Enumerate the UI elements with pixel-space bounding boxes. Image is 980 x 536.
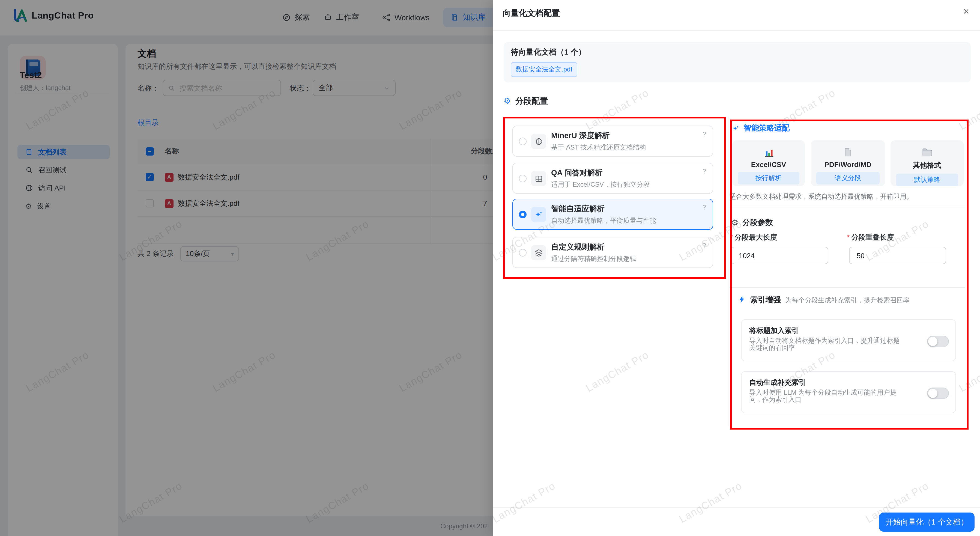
section-divider bbox=[730, 287, 965, 288]
lightning-icon bbox=[738, 295, 746, 303]
smart-strategy-title: 智能策略适配 bbox=[744, 123, 789, 133]
title-index-card: 将标题加入索引 导入时自动将文档标题作为索引入口，提升通过标题关键词的召回率 bbox=[741, 319, 956, 361]
option-title: MinerU 深度解析 bbox=[551, 131, 610, 141]
page-icon bbox=[811, 145, 885, 160]
toggle-desc: 导入时使用 LLM 为每个分段自动生成可能的用户提问，作为索引入口 bbox=[749, 389, 902, 404]
start-vectorize-button[interactable]: 开始向量化（1 个文档） bbox=[879, 512, 975, 532]
help-icon[interactable]: ? bbox=[703, 168, 706, 175]
option-smart-adaptive[interactable]: 智能自适应解析 自动选择最优策略，平衡质量与性能 ? bbox=[512, 199, 713, 230]
toggle-title: 自动生成补充索引 bbox=[749, 378, 806, 388]
overlap-length-input[interactable] bbox=[849, 247, 946, 264]
overlap-length-input-field[interactable] bbox=[856, 251, 940, 260]
folder-icon bbox=[891, 145, 964, 160]
sparkles-icon bbox=[732, 124, 740, 132]
option-qa[interactable]: QA 问答对解析 适用于 Excel/CSV，按行独立分段 ? bbox=[512, 163, 713, 194]
drawer-title: 向量化文档配置 bbox=[503, 8, 560, 19]
toggle-title: 将标题加入索引 bbox=[749, 326, 799, 336]
max-length-input[interactable] bbox=[731, 247, 828, 264]
smart-strategy-header: 智能策略适配 bbox=[732, 123, 789, 133]
index-boost-header: 索引增强 为每个分段生成补充索引，提升检索召回率 bbox=[738, 294, 910, 305]
radio-selected[interactable] bbox=[519, 211, 527, 219]
brain-icon bbox=[531, 134, 546, 149]
option-title: QA 问答对解析 bbox=[551, 168, 603, 178]
help-icon[interactable]: ? bbox=[703, 204, 706, 211]
strategy-card-label: Excel/CSV bbox=[732, 161, 805, 169]
index-boost-title: 索引增强 bbox=[750, 295, 781, 305]
option-desc: 通过分隔符精确控制分段逻辑 bbox=[551, 254, 636, 264]
segment-params-title: 分段参数 bbox=[742, 218, 773, 228]
table-grid-icon bbox=[531, 171, 546, 186]
close-icon[interactable]: × bbox=[963, 6, 969, 16]
auto-index-card: 自动生成补充索引 导入时使用 LLM 为每个分段自动生成可能的用户提问，作为索引… bbox=[741, 371, 956, 413]
required-asterisk: * bbox=[730, 233, 733, 241]
strategy-note: 适合大多数文档处理需求，系统自动选择最优策略，开箱即用。 bbox=[730, 192, 913, 201]
auto-index-toggle[interactable] bbox=[927, 388, 949, 399]
drawer-footer: 开始向量化（1 个文档） bbox=[493, 507, 980, 536]
max-length-input-field[interactable] bbox=[738, 251, 822, 260]
toggle-knob bbox=[928, 389, 937, 398]
index-boost-subtitle: 为每个分段生成补充索引，提升检索召回率 bbox=[785, 296, 910, 305]
segment-params-header: ⚙ 分段参数 bbox=[731, 218, 773, 228]
segment-config-title: 分段配置 bbox=[515, 96, 548, 107]
sparkles-icon bbox=[531, 207, 546, 222]
bar-chart-icon bbox=[732, 145, 805, 160]
help-icon[interactable]: ? bbox=[703, 242, 706, 249]
section-divider bbox=[730, 207, 965, 207]
pending-docs-panel: 待向量化文档（1 个） 数据安全法全文.pdf bbox=[504, 42, 971, 83]
strategy-card-tag: 语义分段 bbox=[816, 172, 880, 185]
option-mineru[interactable]: MinerU 深度解析 基于 AST 技术精准还原文档结构 ? bbox=[512, 126, 713, 157]
option-title: 自定义规则解析 bbox=[551, 242, 605, 252]
required-asterisk: * bbox=[847, 233, 850, 241]
option-desc: 自动选择最优策略，平衡质量与性能 bbox=[551, 216, 656, 225]
layers-icon bbox=[531, 245, 546, 260]
segment-config-header: ⚙ 分段配置 bbox=[504, 96, 548, 107]
toggle-desc: 导入时自动将文档标题作为索引入口，提升通过标题关键词的召回率 bbox=[749, 337, 902, 351]
help-icon[interactable]: ? bbox=[703, 131, 706, 138]
app-root: LangChat Pro 探索 工作室 Workflows 知识库 bbox=[0, 0, 980, 536]
option-desc: 适用于 Excel/CSV，按行独立分段 bbox=[551, 180, 650, 190]
title-index-toggle[interactable] bbox=[927, 336, 949, 347]
gear-icon: ⚙ bbox=[731, 219, 738, 227]
pending-docs-title: 待向量化文档（1 个） bbox=[511, 48, 586, 57]
radio-unselected[interactable] bbox=[519, 175, 527, 182]
vectorize-config-drawer: 向量化文档配置 × 待向量化文档（1 个） 数据安全法全文.pdf ⚙ 分段配置… bbox=[493, 0, 980, 536]
column-divider bbox=[728, 117, 729, 426]
strategy-card-label: PDF/Word/MD bbox=[811, 161, 885, 169]
strategy-card-excel: Excel/CSV 按行解析 bbox=[732, 140, 805, 186]
strategy-card-pdf: PDF/Word/MD 语义分段 bbox=[811, 140, 885, 186]
strategy-card-tag: 按行解析 bbox=[738, 172, 799, 185]
overlap-length-label: *分段重叠长度 bbox=[847, 233, 894, 242]
strategy-card-other: 其他格式 默认策略 bbox=[891, 140, 964, 186]
toggle-knob bbox=[928, 337, 937, 346]
radio-unselected[interactable] bbox=[519, 137, 527, 145]
option-title: 智能自适应解析 bbox=[551, 204, 605, 214]
radio-unselected[interactable] bbox=[519, 249, 527, 257]
pending-file-tag: 数据安全法全文.pdf bbox=[511, 62, 577, 77]
strategy-card-tag: 默认策略 bbox=[896, 174, 958, 186]
strategy-card-label: 其他格式 bbox=[891, 161, 964, 170]
gear-icon: ⚙ bbox=[504, 97, 511, 105]
option-custom-rules[interactable]: 自定义规则解析 通过分隔符精确控制分段逻辑 ? bbox=[512, 237, 713, 268]
drawer-header-divider bbox=[493, 30, 980, 30]
option-desc: 基于 AST 技术精准还原文档结构 bbox=[551, 143, 646, 152]
max-length-label: *分段最大长度 bbox=[730, 233, 777, 242]
